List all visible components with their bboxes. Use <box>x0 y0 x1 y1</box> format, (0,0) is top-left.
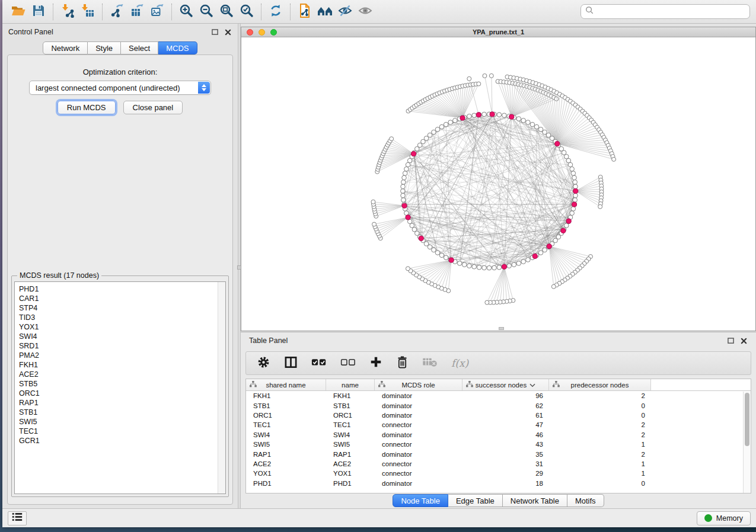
close-table-panel-icon[interactable] <box>740 337 748 345</box>
close-panel-button[interactable]: Close panel <box>123 101 183 114</box>
mcds-result-item[interactable]: PMA2 <box>19 351 215 360</box>
mcds-result-item[interactable]: GCR1 <box>19 436 215 446</box>
tab-motifs[interactable]: Motifs <box>567 494 604 507</box>
cell-predecessor_nodes[interactable]: 0 <box>549 412 651 419</box>
mcds-result-item[interactable]: STB1 <box>19 408 215 417</box>
cell-successor_nodes[interactable]: 62 <box>462 402 549 409</box>
zoom-in-button[interactable] <box>176 3 196 21</box>
add-column-button[interactable] <box>369 355 382 371</box>
graph-mcds-hub-node[interactable] <box>490 112 495 117</box>
graph-node[interactable] <box>401 180 406 185</box>
cell-name[interactable]: SWI5 <box>326 441 375 448</box>
graph-node[interactable] <box>428 245 432 249</box>
graph-node[interactable] <box>401 193 406 198</box>
graph-node[interactable] <box>566 158 571 163</box>
cell-successor_nodes[interactable]: 96 <box>462 392 549 399</box>
mcds-result-item[interactable]: SWI4 <box>19 332 215 341</box>
graph-satellite-node[interactable] <box>612 157 616 161</box>
graph-mcds-hub-node[interactable] <box>566 219 571 223</box>
mcds-result-item[interactable]: SRD1 <box>19 341 215 351</box>
cell-shared_name[interactable]: RAP1 <box>246 451 326 458</box>
cell-predecessor_nodes[interactable]: 2 <box>549 451 651 458</box>
cell-mcds_role[interactable]: connector <box>375 460 462 467</box>
graph-node[interactable] <box>402 175 407 180</box>
run-mcds-button[interactable]: Run MCDS <box>58 101 116 114</box>
graph-node[interactable] <box>573 184 578 189</box>
graph-satellite-node[interactable] <box>489 73 493 78</box>
float-table-panel-icon[interactable] <box>727 337 735 345</box>
tab-edge-table[interactable]: Edge Table <box>448 494 503 507</box>
graph-node[interactable] <box>526 258 531 262</box>
graph-node[interactable] <box>432 248 436 252</box>
hide-selected-button[interactable] <box>335 3 355 21</box>
graph-mcds-hub-node[interactable] <box>572 202 576 207</box>
cell-mcds_role[interactable]: connector <box>375 470 462 477</box>
graph-node[interactable] <box>435 251 440 255</box>
graph-satellite-node[interactable] <box>477 82 481 86</box>
graph-mcds-hub-node[interactable] <box>449 258 454 262</box>
cell-shared_name[interactable]: SWI4 <box>246 431 326 438</box>
export-image-button[interactable] <box>147 3 167 21</box>
table-row[interactable]: SWI5SWI5connector431 <box>246 440 751 449</box>
graph-node[interactable] <box>546 133 551 137</box>
cell-mcds_role[interactable]: dominator <box>375 412 462 419</box>
table-row[interactable]: RAP1RAP1dominator352 <box>246 449 751 459</box>
cell-predecessor_nodes[interactable]: 1 <box>549 441 651 448</box>
network-resize-grip[interactable] <box>499 327 504 330</box>
cell-shared_name[interactable]: SWI5 <box>246 441 326 448</box>
deselect-all-button[interactable] <box>340 357 356 369</box>
table-row[interactable]: STB1STB1dominator620 <box>246 400 751 410</box>
graph-node[interactable] <box>543 248 547 252</box>
table-row[interactable]: TEC1TEC1connector472 <box>246 420 751 430</box>
cell-name[interactable]: FKH1 <box>326 392 375 399</box>
mcds-result-item[interactable]: STP4 <box>19 303 215 313</box>
cell-mcds_role[interactable]: dominator <box>375 431 462 438</box>
cell-name[interactable]: STB1 <box>326 402 375 409</box>
graph-node[interactable] <box>516 261 521 266</box>
cell-shared_name[interactable]: YOX1 <box>246 470 326 477</box>
export-network-button[interactable] <box>107 3 127 21</box>
network-canvas[interactable] <box>241 37 755 331</box>
graph-node[interactable] <box>401 189 406 194</box>
cell-mcds_role[interactable]: connector <box>375 421 462 428</box>
open-button[interactable] <box>8 3 28 21</box>
graph-node[interactable] <box>502 113 507 118</box>
table-row[interactable]: PHD1PHD1dominator180 <box>246 479 751 488</box>
graph-node[interactable] <box>497 113 502 117</box>
table-row[interactable]: YOX1YOX1connector291 <box>246 469 751 478</box>
graph-node[interactable] <box>497 265 502 270</box>
graph-node[interactable] <box>403 171 407 176</box>
graph-satellite-node[interactable] <box>467 76 471 81</box>
graph-node[interactable] <box>472 113 477 118</box>
show-all-button[interactable] <box>355 3 375 21</box>
graph-node[interactable] <box>492 265 497 270</box>
table-row[interactable]: ORC1ORC1dominator610 <box>246 411 751 420</box>
cell-successor_nodes[interactable]: 18 <box>462 480 549 487</box>
graph-mcds-hub-node[interactable] <box>502 264 506 269</box>
graph-node[interactable] <box>573 198 578 203</box>
graph-mcds-hub-node[interactable] <box>547 244 551 249</box>
graph-node[interactable] <box>428 133 432 137</box>
graph-mcds-hub-node[interactable] <box>476 113 481 117</box>
graph-node[interactable] <box>467 264 472 268</box>
cell-mcds_role[interactable]: dominator <box>375 402 462 409</box>
graph-node[interactable] <box>526 120 531 125</box>
graph-node[interactable] <box>439 124 444 129</box>
graph-node[interactable] <box>482 265 487 270</box>
graph-node[interactable] <box>406 162 410 167</box>
mcds-result-item[interactable]: ACE2 <box>19 370 215 379</box>
cell-predecessor_nodes[interactable]: 2 <box>549 421 651 428</box>
mcds-result-item[interactable]: PHD1 <box>19 284 215 294</box>
cell-successor_nodes[interactable]: 31 <box>462 460 549 467</box>
delete-column-button[interactable] <box>396 355 409 371</box>
table-row[interactable]: ACE2ACE2connector311 <box>246 459 751 469</box>
graph-satellite-node[interactable] <box>483 73 487 78</box>
cell-shared_name[interactable]: STB1 <box>246 402 326 409</box>
graph-node[interactable] <box>521 259 526 264</box>
cell-predecessor_nodes[interactable]: 2 <box>549 431 651 438</box>
mcds-result-item[interactable]: RAP1 <box>19 398 215 408</box>
graph-mcds-hub-node[interactable] <box>402 203 407 208</box>
graph-node[interactable] <box>401 198 406 203</box>
graph-node[interactable] <box>530 122 535 127</box>
column-header-MCDS-role[interactable]: MCDS role <box>375 379 462 390</box>
